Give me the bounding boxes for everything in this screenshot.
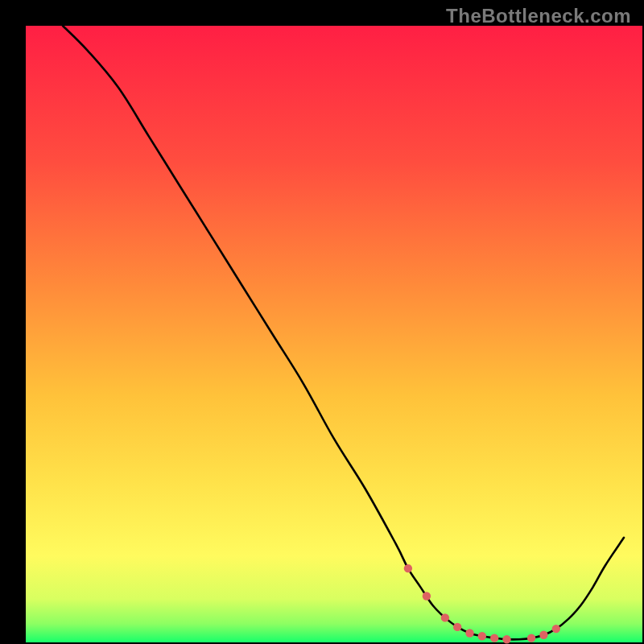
chart-root: TheBottleneck.com [0,0,644,644]
optimal-marker [441,613,449,621]
optimal-marker [423,592,431,600]
watermark-text: TheBottleneck.com [446,5,631,27]
optimal-marker [552,625,560,633]
optimal-marker [404,564,412,572]
optimal-marker [527,634,535,642]
optimal-marker [465,629,473,637]
optimal-marker [490,634,498,642]
optimal-marker [539,631,547,639]
optimal-marker [502,635,510,643]
chart-svg [0,0,644,644]
optimal-marker [453,623,461,631]
optimal-marker [478,632,486,640]
plot-gradient [26,26,642,642]
